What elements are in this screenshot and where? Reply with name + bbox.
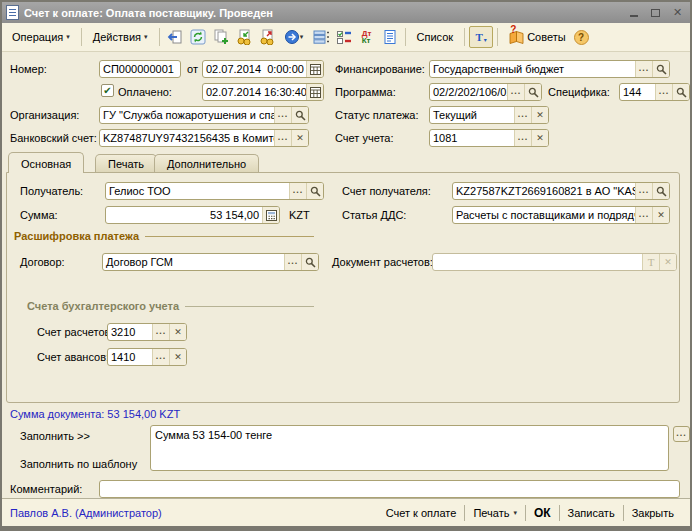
select-icon[interactable]: ...: [655, 84, 672, 100]
document-journal-icon: [382, 29, 398, 45]
unpost-document-button[interactable]: [256, 26, 278, 48]
select-icon[interactable]: ...: [514, 107, 531, 123]
toolbar-separator: [464, 28, 465, 46]
financing-input[interactable]: Государственный бюджет ...: [429, 60, 670, 78]
tips-button[interactable]: ?Советы: [502, 26, 572, 48]
accounting-account-input[interactable]: 1081 ... ✕: [429, 129, 549, 147]
question-mark: ?: [510, 24, 516, 35]
chevron-down-icon: ▾: [144, 33, 148, 41]
chevron-down-icon: ▾: [484, 36, 487, 43]
toolbar-separator: [159, 28, 160, 46]
document-journal-button[interactable]: [379, 26, 401, 48]
structure-settings-icon: [336, 29, 352, 45]
toolbar-separator: [405, 28, 406, 46]
structure-settings-button[interactable]: [333, 26, 355, 48]
comment-label: Комментарий:: [10, 483, 82, 495]
payment-status-label: Статус платежа:: [335, 109, 419, 121]
print-button[interactable]: Печать▾: [465, 505, 525, 521]
payment-purpose-textarea[interactable]: Сумма 53 154-00 тенге: [150, 425, 669, 471]
window-title: Счет к оплате: Оплата поставщику. Провед…: [24, 7, 620, 19]
chevron-down-icon: ▾: [66, 33, 70, 41]
select-icon[interactable]: ...: [635, 61, 652, 77]
operation-menu-button[interactable]: Операция▾: [5, 27, 77, 47]
tab-print[interactable]: Печать: [95, 154, 157, 173]
font-settings-toggle[interactable]: Т▾: [469, 26, 493, 48]
financing-label: Финансирование:: [335, 63, 425, 75]
refresh-icon: [190, 29, 206, 45]
tab-main[interactable]: Основная: [8, 152, 84, 173]
copy-add-icon: [213, 29, 229, 45]
save-close-icon: [167, 29, 183, 45]
select-icon[interactable]: ...: [274, 107, 291, 123]
goto-icon: [284, 29, 300, 45]
specifics-label: Специфика:: [548, 86, 610, 98]
clear-icon[interactable]: ✕: [531, 107, 548, 123]
payment-status-input[interactable]: Текущий ... ✕: [429, 106, 549, 124]
calendar-icon[interactable]: [306, 61, 323, 77]
clear-icon[interactable]: ✕: [531, 130, 548, 146]
chevron-down-icon: ▾: [513, 509, 517, 517]
actions-menu-button[interactable]: Действия▾: [86, 27, 155, 47]
tab-additional[interactable]: Дополнительно: [154, 154, 259, 173]
specifics-input[interactable]: 144 ...: [619, 83, 690, 101]
dtkt-icon: ДтКт: [362, 30, 372, 44]
tab-panel: [6, 172, 680, 403]
document-window: Счет к оплате: Оплата поставщику. Провед…: [0, 0, 692, 531]
magnifier-icon[interactable]: [291, 107, 308, 123]
unpost-document-icon: [259, 29, 275, 45]
toolbar-separator: [497, 28, 498, 46]
select-icon[interactable]: ...: [507, 84, 524, 100]
program-input[interactable]: 02/2/202/106/02 ...: [429, 83, 542, 101]
toolbar: Операция▾ Действия▾ ▾ ДтКт Список Т▾ ?Со…: [2, 23, 690, 52]
save-button[interactable]: Записать: [560, 505, 623, 521]
maximize-button[interactable]: [647, 5, 664, 20]
organization-label: Организация:: [10, 109, 79, 121]
save-close-button[interactable]: [164, 26, 186, 48]
current-user: Павлов А.В. (Администратор): [10, 507, 378, 519]
post-document-button[interactable]: [233, 26, 255, 48]
clear-icon[interactable]: ✕: [291, 130, 308, 146]
minimize-button[interactable]: [625, 5, 642, 20]
comment-input[interactable]: [99, 480, 680, 498]
organization-input[interactable]: ГУ "Служба пожаротушения и спаса ...: [99, 106, 309, 124]
purpose-select-button[interactable]: ...: [673, 426, 690, 442]
select-icon[interactable]: ...: [274, 130, 291, 146]
accounting-account-label: Счет учета:: [335, 132, 393, 144]
magnifier-icon[interactable]: [524, 84, 541, 100]
chevron-down-icon: ▾: [300, 33, 304, 41]
post-document-icon: [236, 29, 252, 45]
list-button[interactable]: Список: [410, 27, 461, 47]
fill-button[interactable]: Заполнить >>: [20, 430, 90, 442]
document-total: Сумма документа: 53 154,00 KZT: [10, 408, 180, 420]
refresh-button[interactable]: [187, 26, 209, 48]
help-button[interactable]: ?: [574, 30, 589, 45]
bank-account-label: Банковский счет:: [10, 132, 97, 144]
invoice-button[interactable]: Счет к оплате: [378, 505, 465, 521]
toolbar-separator: [81, 28, 82, 46]
ok-button[interactable]: ОК: [526, 504, 559, 522]
close-button[interactable]: ✕: [669, 5, 686, 20]
paid-label: Оплачено:: [118, 86, 172, 98]
goto-button[interactable]: ▾: [279, 26, 309, 48]
title-bar: Счет к оплате: Оплата поставщику. Провед…: [2, 2, 690, 23]
paid-date-input[interactable]: 02.07.2014 16:30:40: [202, 83, 324, 101]
document-icon: [6, 5, 19, 20]
number-label: Номер:: [10, 63, 47, 75]
fill-by-template-button[interactable]: Заполнить по шаблону: [20, 458, 137, 470]
status-bar: Павлов А.В. (Администратор) Счет к оплат…: [2, 498, 690, 527]
list-settings-icon: [313, 29, 329, 45]
date-separator-label: от: [187, 63, 198, 75]
copy-button[interactable]: [210, 26, 232, 48]
number-input[interactable]: СП000000001: [99, 60, 181, 78]
document-date-input[interactable]: 02.07.2014 0:00:00: [202, 60, 324, 78]
bank-account-input[interactable]: KZ87487UY97432156435 в Комитет ... ✕: [99, 129, 309, 147]
close-form-button[interactable]: Закрыть: [624, 505, 682, 521]
magnifier-icon[interactable]: [672, 84, 689, 100]
magnifier-icon[interactable]: [652, 61, 669, 77]
dtkt-button[interactable]: ДтКт: [356, 26, 378, 48]
calendar-icon[interactable]: [306, 84, 323, 100]
list-settings-button[interactable]: [310, 26, 332, 48]
select-icon[interactable]: ...: [514, 130, 531, 146]
paid-checkbox[interactable]: ✔: [101, 84, 114, 97]
program-label: Программа:: [335, 86, 396, 98]
